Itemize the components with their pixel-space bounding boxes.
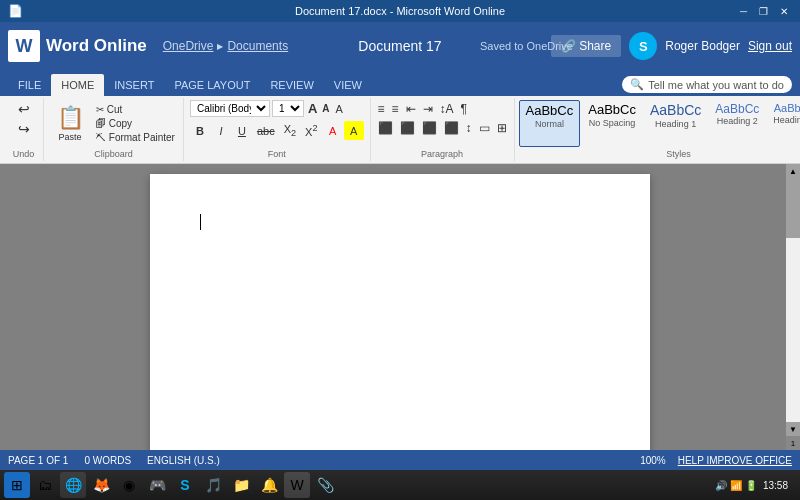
bold-button[interactable]: B [190,121,210,140]
title-bar-title: Document 17.docx - Microsoft Word Online [295,5,505,17]
superscript-button[interactable]: X2 [301,121,321,140]
taskbar-icons: 🔊 📶 🔋 [715,480,757,491]
format-painter-button[interactable]: ⛏ Format Painter [94,131,177,144]
underline-button[interactable]: U [232,121,252,140]
tell-me-box[interactable]: 🔍 Tell me what you want to do [622,76,792,93]
show-marks-button[interactable]: ¶ [458,100,470,118]
scroll-down-button[interactable]: ▼ [786,422,800,436]
style-h1-preview: AaBbCc [650,102,701,119]
app-name: Word Online [46,36,147,56]
sort-button[interactable]: ↕A [437,100,457,118]
document-page[interactable] [150,174,650,450]
text-cursor [200,214,201,230]
media-button[interactable]: 🎵 [200,472,226,498]
paste-icon: 📋 [57,105,84,131]
tab-home[interactable]: HOME [51,74,104,96]
sign-out-link[interactable]: Sign out [748,39,792,53]
styles-group-label: Styles [666,147,691,159]
scroll-thumb[interactable] [786,178,800,238]
firefox-button[interactable]: 🦊 [88,472,114,498]
tab-view[interactable]: VIEW [324,74,372,96]
tab-page-layout[interactable]: PAGE LAYOUT [164,74,260,96]
document-area[interactable]: ▲ ▼ 1 [0,164,800,450]
skype-taskbar-button[interactable]: S [172,472,198,498]
justify-button[interactable]: ⬛ [441,119,462,137]
status-bar: PAGE 1 OF 1 0 WORDS ENGLISH (U.S.) 100% … [0,450,800,470]
word-favicon: 📄 [8,4,23,18]
align-center-button[interactable]: ⬛ [397,119,418,137]
doc-title: Document 17 [358,38,441,54]
cut-button[interactable]: ✂ Cut [94,103,177,116]
tab-file[interactable]: FILE [8,74,51,96]
shading-button[interactable]: ▭ [476,119,493,137]
scroll-up-button[interactable]: ▲ [786,164,800,178]
font-size-select[interactable]: 11 [272,100,304,117]
search-icon: 🔍 [630,78,644,91]
clear-format-button[interactable]: A [334,102,345,116]
app-button-1[interactable]: 📎 [312,472,338,498]
indent-button[interactable]: ⇥ [420,100,436,118]
notifications-button[interactable]: 🔔 [256,472,282,498]
style-heading2[interactable]: AaBbCc Heading 2 [709,100,765,147]
undo-group-label: Undo [13,147,35,159]
line-spacing-button[interactable]: ↕ [463,119,475,137]
paste-button[interactable]: 📋 Paste [50,103,90,144]
edge-button[interactable]: 🌐 [60,472,86,498]
undo-button[interactable]: ↩ [16,100,32,118]
file-explorer-button[interactable]: 📁 [228,472,254,498]
restore-button[interactable]: ❐ [755,6,772,17]
styles-group: AaBbCc Normal AaBbCc No Spacing AaBbCc H… [515,98,800,161]
breadcrumb-part2[interactable]: Documents [227,39,288,53]
paragraph-group-label: Paragraph [421,147,463,159]
tab-insert[interactable]: INSERT [104,74,164,96]
title-bar-left: 📄 [8,4,23,18]
bullets-button[interactable]: ≡ [375,100,388,118]
italic-button[interactable]: I [211,121,231,140]
language: ENGLISH (U.S.) [147,455,220,466]
page-indicator: 1 [786,436,800,450]
strikethrough-button[interactable]: abc [253,121,279,140]
subscript-button[interactable]: X2 [280,121,300,140]
style-h1-label: Heading 1 [655,119,696,129]
borders-button[interactable]: ⊞ [494,119,510,137]
paste-label: Paste [58,132,81,142]
skype-button[interactable]: S [629,32,657,60]
grow-font-button[interactable]: A [306,100,319,117]
minimize-button[interactable]: ─ [736,6,751,17]
breadcrumb: OneDrive ▶ Documents [163,39,288,53]
font-group: Calibri (Body) 11 A A A B I U abc [184,98,371,161]
ribbon-tabs: FILE HOME INSERT PAGE LAYOUT REVIEW VIEW… [0,70,800,96]
copy-button[interactable]: 🗐 Copy [94,117,177,130]
align-left-button[interactable]: ⬛ [375,119,396,137]
style-normal[interactable]: AaBbCc Normal [519,100,581,147]
outdent-button[interactable]: ⇤ [403,100,419,118]
shrink-font-button[interactable]: A [320,100,331,117]
start-button[interactable]: ⊞ [4,472,30,498]
style-no-spacing[interactable]: AaBbCc No Spacing [582,100,642,147]
chrome-button[interactable]: ◉ [116,472,142,498]
clipboard-group-label: Clipboard [94,147,133,159]
numbering-button[interactable]: ≡ [389,100,402,118]
style-h2-label: Heading 2 [717,116,758,126]
style-heading3[interactable]: AaBbCc Heading 3 [767,100,800,147]
zoom-level: 100% [640,455,666,466]
align-right-button[interactable]: ⬛ [419,119,440,137]
clipboard-group: 📋 Paste ✂ Cut 🗐 Copy ⛏ Format Painter Cl… [44,98,184,161]
style-h3-preview: AaBbCc [774,102,800,115]
highlight-button[interactable]: A [344,121,364,140]
font-color-button[interactable]: A [323,121,343,140]
style-heading1[interactable]: AaBbCc Heading 1 [644,100,707,147]
user-name: Roger Bodger [665,39,740,53]
vertical-scrollbar[interactable]: ▲ ▼ 1 [786,164,800,450]
steam-button[interactable]: 🎮 [144,472,170,498]
paragraph-group: ≡ ≡ ⇤ ⇥ ↕A ¶ ⬛ ⬛ ⬛ ⬛ ↕ ▭ ⊞ Paragraph [371,98,515,161]
close-button[interactable]: ✕ [776,6,792,17]
task-view-button[interactable]: 🗂 [32,472,58,498]
font-name-select[interactable]: Calibri (Body) [190,100,270,117]
word-taskbar-button[interactable]: W [284,472,310,498]
breadcrumb-part1[interactable]: OneDrive [163,39,214,53]
taskbar: ⊞ 🗂 🌐 🦊 ◉ 🎮 S 🎵 📁 🔔 W 📎 🔊 📶 🔋 13:58 [0,470,800,500]
tab-review[interactable]: REVIEW [260,74,323,96]
redo-button[interactable]: ↪ [16,120,32,138]
help-improve[interactable]: HELP IMPROVE OFFICE [678,455,792,466]
